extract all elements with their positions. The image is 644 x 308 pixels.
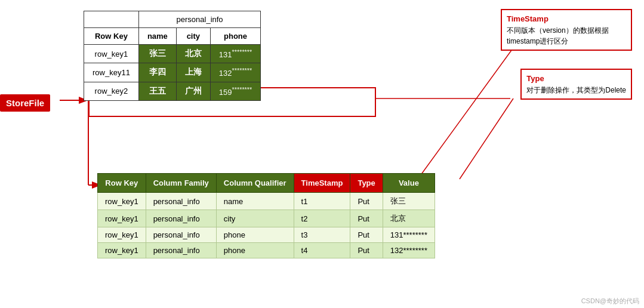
bottom-col-qualifier: Column Qualifier <box>216 174 294 193</box>
bottom-col-timestamp: TimeStamp <box>294 174 350 193</box>
table-cell: row_key1 <box>98 210 146 227</box>
table-cell: t4 <box>294 243 350 258</box>
bottom-table: Row Key Column Family Column Qualifier T… <box>97 173 435 258</box>
annotation-timestamp: TimeStamp 不同版本（version）的数据根据timestamp进行区… <box>501 9 632 51</box>
col-header-name: name <box>138 28 176 45</box>
col-header-phone: phone <box>210 28 260 45</box>
table-cell: personal_info <box>146 243 216 258</box>
data-cell-city: 广州 <box>176 82 210 100</box>
annotation-timestamp-title: TimeStamp <box>507 13 626 25</box>
data-cell-name: 张三 <box>138 45 176 63</box>
table-row: row_key1personal_infonamet1Put张三 <box>98 193 435 210</box>
table-cell: 张三 <box>383 193 435 210</box>
table-cell: row_key1 <box>98 193 146 210</box>
annotation-type-text: 对于删除操作，其类型为Delete <box>526 85 626 96</box>
table-cell: t1 <box>294 193 350 210</box>
row-key-cell: row_key1 <box>84 45 139 63</box>
table-cell: personal_info <box>146 227 216 243</box>
table-cell: Put <box>350 227 383 243</box>
table-cell: personal_info <box>146 193 216 210</box>
table-cell: row_key1 <box>98 243 146 258</box>
data-cell-city: 北京 <box>176 45 210 63</box>
annotation-type-title: Type <box>526 73 626 85</box>
col-header-rowkey: Row Key <box>84 28 139 45</box>
data-cell-name: 李四 <box>138 63 176 82</box>
table-row: row_key2 王五 广州 159******** <box>84 82 261 100</box>
bottom-col-value: Value <box>383 174 435 193</box>
table-row: row_key1personal_infophonet4Put132******… <box>98 243 435 258</box>
data-cell-city: 上海 <box>176 63 210 82</box>
top-table-empty-header <box>84 11 139 28</box>
bottom-col-type: Type <box>350 174 383 193</box>
row-key-cell: row_key2 <box>84 82 139 100</box>
svg-line-3 <box>418 48 513 179</box>
table-cell: phone <box>216 227 294 243</box>
table-cell: city <box>216 210 294 227</box>
table-row: row_key1 张三 北京 131******** <box>84 45 261 63</box>
table-cell: name <box>216 193 294 210</box>
top-table: personal_info Row Key name city phone ro… <box>84 11 261 101</box>
main-container: StoreFile personal_info Row Key name cit… <box>0 0 644 308</box>
data-cell-name: 王五 <box>138 82 176 100</box>
table-row: row_key11 李四 上海 132******** <box>84 63 261 82</box>
table-cell: t3 <box>294 227 350 243</box>
annotation-timestamp-text: 不同版本（version）的数据根据timestamp进行区分 <box>507 25 626 47</box>
bottom-table-wrapper: Row Key Column Family Column Qualifier T… <box>97 173 435 258</box>
table-row: row_key1personal_infophonet3Put131******… <box>98 227 435 243</box>
watermark: CSDN@奇妙的代码 <box>581 297 639 306</box>
table-cell: Put <box>350 210 383 227</box>
data-cell-phone: 132******** <box>210 63 260 82</box>
top-table-personal-info-header: personal_info <box>138 11 260 28</box>
svg-line-4 <box>460 98 513 179</box>
bottom-col-family: Column Family <box>146 174 216 193</box>
table-cell: t2 <box>294 210 350 227</box>
data-cell-phone: 131******** <box>210 45 260 63</box>
data-cell-phone: 159******** <box>210 82 260 100</box>
table-row: row_key1personal_infocityt2Put北京 <box>98 210 435 227</box>
bottom-col-rowkey: Row Key <box>98 174 146 193</box>
table-cell: personal_info <box>146 210 216 227</box>
table-cell: 北京 <box>383 210 435 227</box>
table-cell: Put <box>350 193 383 210</box>
annotation-type: Type 对于删除操作，其类型为Delete <box>520 69 632 100</box>
table-cell: phone <box>216 243 294 258</box>
storefile-label: StoreFile <box>0 94 50 112</box>
table-cell: Put <box>350 243 383 258</box>
row-key-cell: row_key11 <box>84 63 139 82</box>
table-cell: 132******** <box>383 243 435 258</box>
table-cell: row_key1 <box>98 227 146 243</box>
col-header-city: city <box>176 28 210 45</box>
table-cell: 131******** <box>383 227 435 243</box>
top-table-wrapper: personal_info Row Key name city phone ro… <box>84 11 261 101</box>
